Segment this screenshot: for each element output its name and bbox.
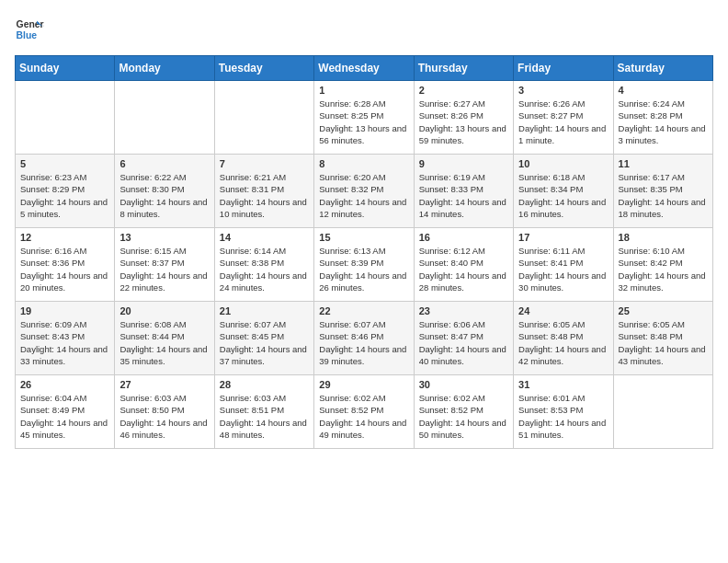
calendar-cell [16, 81, 115, 155]
day-info: Sunrise: 6:16 AM Sunset: 8:36 PM Dayligh… [20, 245, 109, 293]
calendar-cell: 5Sunrise: 6:23 AM Sunset: 8:29 PM Daylig… [16, 155, 115, 228]
day-info: Sunrise: 6:09 AM Sunset: 8:43 PM Dayligh… [20, 318, 109, 367]
day-info: Sunrise: 6:28 AM Sunset: 8:25 PM Dayligh… [319, 98, 408, 146]
day-number: 13 [119, 232, 209, 243]
day-number: 20 [119, 305, 209, 316]
day-number: 12 [20, 232, 109, 243]
calendar-cell: 20Sunrise: 6:08 AM Sunset: 8:44 PM Dayli… [115, 302, 214, 375]
day-number: 29 [319, 379, 408, 390]
day-info: Sunrise: 6:02 AM Sunset: 8:52 PM Dayligh… [419, 392, 508, 441]
day-number: 10 [518, 158, 608, 169]
calendar-cell: 10Sunrise: 6:18 AM Sunset: 8:34 PM Dayli… [514, 155, 613, 228]
calendar-cell: 11Sunrise: 6:17 AM Sunset: 8:35 PM Dayli… [613, 155, 712, 228]
day-number: 18 [619, 232, 708, 243]
day-number: 14 [220, 232, 309, 243]
calendar-cell: 18Sunrise: 6:10 AM Sunset: 8:42 PM Dayli… [613, 228, 712, 302]
day-info: Sunrise: 6:17 AM Sunset: 8:35 PM Dayligh… [619, 171, 708, 220]
calendar-cell: 19Sunrise: 6:09 AM Sunset: 8:43 PM Dayli… [16, 302, 115, 375]
weekday-header-wednesday: Wednesday [314, 56, 414, 81]
day-number: 21 [220, 305, 309, 316]
calendar-cell: 12Sunrise: 6:16 AM Sunset: 8:36 PM Dayli… [16, 228, 115, 302]
day-info: Sunrise: 6:05 AM Sunset: 8:48 PM Dayligh… [619, 318, 708, 367]
day-number: 9 [419, 158, 508, 169]
day-info: Sunrise: 6:14 AM Sunset: 8:38 PM Dayligh… [220, 245, 309, 293]
day-info: Sunrise: 6:13 AM Sunset: 8:39 PM Dayligh… [319, 245, 408, 293]
calendar-cell: 26Sunrise: 6:04 AM Sunset: 8:49 PM Dayli… [16, 375, 115, 449]
day-info: Sunrise: 6:05 AM Sunset: 8:48 PM Dayligh… [518, 318, 608, 367]
day-info: Sunrise: 6:21 AM Sunset: 8:31 PM Dayligh… [220, 171, 309, 220]
day-number: 25 [619, 305, 708, 316]
calendar-cell: 23Sunrise: 6:06 AM Sunset: 8:47 PM Dayli… [414, 302, 513, 375]
day-number: 27 [119, 379, 209, 390]
week-row-1: 1Sunrise: 6:28 AM Sunset: 8:25 PM Daylig… [16, 81, 713, 155]
day-info: Sunrise: 6:15 AM Sunset: 8:37 PM Dayligh… [119, 245, 209, 293]
day-info: Sunrise: 6:12 AM Sunset: 8:40 PM Dayligh… [419, 245, 508, 293]
day-number: 23 [419, 305, 508, 316]
calendar-cell: 14Sunrise: 6:14 AM Sunset: 8:38 PM Dayli… [214, 228, 313, 302]
day-info: Sunrise: 6:27 AM Sunset: 8:26 PM Dayligh… [419, 98, 508, 146]
day-number: 2 [419, 85, 508, 96]
week-row-5: 26Sunrise: 6:04 AM Sunset: 8:49 PM Dayli… [16, 375, 713, 449]
calendar-cell: 8Sunrise: 6:20 AM Sunset: 8:32 PM Daylig… [314, 155, 414, 228]
calendar-cell: 27Sunrise: 6:03 AM Sunset: 8:50 PM Dayli… [115, 375, 214, 449]
day-info: Sunrise: 6:24 AM Sunset: 8:28 PM Dayligh… [619, 98, 708, 146]
day-number: 19 [20, 305, 109, 316]
calendar-cell: 28Sunrise: 6:03 AM Sunset: 8:51 PM Dayli… [214, 375, 313, 449]
calendar-cell: 9Sunrise: 6:19 AM Sunset: 8:33 PM Daylig… [414, 155, 513, 228]
day-info: Sunrise: 6:10 AM Sunset: 8:42 PM Dayligh… [619, 245, 708, 293]
day-info: Sunrise: 6:07 AM Sunset: 8:45 PM Dayligh… [220, 318, 309, 367]
calendar-cell: 16Sunrise: 6:12 AM Sunset: 8:40 PM Dayli… [414, 228, 513, 302]
day-number: 4 [619, 85, 708, 96]
day-number: 15 [319, 232, 408, 243]
day-info: Sunrise: 6:18 AM Sunset: 8:34 PM Dayligh… [518, 171, 608, 220]
day-info: Sunrise: 6:19 AM Sunset: 8:33 PM Dayligh… [419, 171, 508, 220]
day-info: Sunrise: 6:01 AM Sunset: 8:53 PM Dayligh… [518, 392, 608, 441]
calendar-cell: 3Sunrise: 6:26 AM Sunset: 8:27 PM Daylig… [514, 81, 613, 155]
calendar-cell: 4Sunrise: 6:24 AM Sunset: 8:28 PM Daylig… [613, 81, 712, 155]
calendar-cell: 29Sunrise: 6:02 AM Sunset: 8:52 PM Dayli… [314, 375, 414, 449]
calendar-cell: 30Sunrise: 6:02 AM Sunset: 8:52 PM Dayli… [414, 375, 513, 449]
week-row-2: 5Sunrise: 6:23 AM Sunset: 8:29 PM Daylig… [16, 155, 713, 228]
day-info: Sunrise: 6:06 AM Sunset: 8:47 PM Dayligh… [419, 318, 508, 367]
calendar-cell: 22Sunrise: 6:07 AM Sunset: 8:46 PM Dayli… [314, 302, 414, 375]
calendar-table: SundayMondayTuesdayWednesdayThursdayFrid… [15, 55, 713, 449]
calendar-cell: 6Sunrise: 6:22 AM Sunset: 8:30 PM Daylig… [115, 155, 214, 228]
weekday-header-tuesday: Tuesday [214, 56, 313, 81]
calendar-cell [214, 81, 313, 155]
day-info: Sunrise: 6:04 AM Sunset: 8:49 PM Dayligh… [20, 392, 109, 441]
calendar-cell: 25Sunrise: 6:05 AM Sunset: 8:48 PM Dayli… [613, 302, 712, 375]
day-number: 1 [319, 85, 408, 96]
weekday-header-monday: Monday [115, 56, 214, 81]
calendar-cell: 1Sunrise: 6:28 AM Sunset: 8:25 PM Daylig… [314, 81, 414, 155]
day-info: Sunrise: 6:03 AM Sunset: 8:50 PM Dayligh… [119, 392, 209, 441]
day-info: Sunrise: 6:07 AM Sunset: 8:46 PM Dayligh… [319, 318, 408, 367]
day-number: 11 [619, 158, 708, 169]
day-info: Sunrise: 6:02 AM Sunset: 8:52 PM Dayligh… [319, 392, 408, 441]
calendar-cell: 17Sunrise: 6:11 AM Sunset: 8:41 PM Dayli… [514, 228, 613, 302]
week-row-4: 19Sunrise: 6:09 AM Sunset: 8:43 PM Dayli… [16, 302, 713, 375]
day-info: Sunrise: 6:03 AM Sunset: 8:51 PM Dayligh… [220, 392, 309, 441]
day-number: 5 [20, 158, 109, 169]
day-number: 17 [518, 232, 608, 243]
calendar-cell: 24Sunrise: 6:05 AM Sunset: 8:48 PM Dayli… [514, 302, 613, 375]
weekday-header-saturday: Saturday [613, 56, 712, 81]
day-number: 3 [518, 85, 608, 96]
calendar-cell: 21Sunrise: 6:07 AM Sunset: 8:45 PM Dayli… [214, 302, 313, 375]
day-number: 6 [119, 158, 209, 169]
day-number: 30 [419, 379, 508, 390]
day-number: 24 [518, 305, 608, 316]
day-info: Sunrise: 6:22 AM Sunset: 8:30 PM Dayligh… [119, 171, 209, 220]
day-number: 22 [319, 305, 408, 316]
page-header: General Blue [15, 15, 713, 44]
calendar-cell [115, 81, 214, 155]
week-row-3: 12Sunrise: 6:16 AM Sunset: 8:36 PM Dayli… [16, 228, 713, 302]
day-info: Sunrise: 6:23 AM Sunset: 8:29 PM Dayligh… [20, 171, 109, 220]
day-info: Sunrise: 6:26 AM Sunset: 8:27 PM Dayligh… [518, 98, 608, 146]
day-number: 28 [220, 379, 309, 390]
calendar-cell: 2Sunrise: 6:27 AM Sunset: 8:26 PM Daylig… [414, 81, 513, 155]
day-number: 31 [518, 379, 608, 390]
day-info: Sunrise: 6:11 AM Sunset: 8:41 PM Dayligh… [518, 245, 608, 293]
calendar-cell: 31Sunrise: 6:01 AM Sunset: 8:53 PM Dayli… [514, 375, 613, 449]
day-number: 8 [319, 158, 408, 169]
calendar-cell: 13Sunrise: 6:15 AM Sunset: 8:37 PM Dayli… [115, 228, 214, 302]
